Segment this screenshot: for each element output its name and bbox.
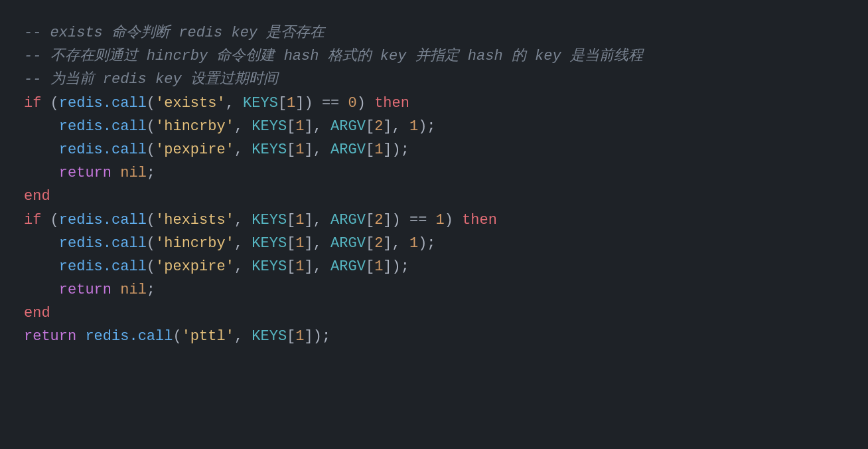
code-line-body1c: return nil; xyxy=(24,161,844,185)
code-line-body2a: redis.call('hincrby', KEYS[1], ARGV[2], … xyxy=(24,232,844,255)
comment-line-2: -- 不存在则通过 hincrby 命令创建 hash 格式的 key 并指定 … xyxy=(24,45,844,68)
code-line-body2b: redis.call('pexpire', KEYS[1], ARGV[1]); xyxy=(24,255,844,278)
comment-line-3: -- 为当前 redis key 设置过期时间 xyxy=(24,68,844,91)
code-line-body1b: redis.call('pexpire', KEYS[1], ARGV[1]); xyxy=(24,138,844,161)
code-line-end2: end xyxy=(24,302,844,325)
code-line-if1: if (redis.call('exists', KEYS[1]) == 0) … xyxy=(24,92,844,115)
code-line-body1a: redis.call('hincrby', KEYS[1], ARGV[2], … xyxy=(24,115,844,138)
comment-line-1: -- exists 命令判断 redis key 是否存在 xyxy=(24,21,844,45)
code-line-if2: if (redis.call('hexists', KEYS[1], ARGV[… xyxy=(24,209,844,232)
code-line-end1: end xyxy=(24,185,844,208)
code-line-body2c: return nil; xyxy=(24,278,844,302)
code-line-return: return redis.call('pttl', KEYS[1]); xyxy=(24,325,844,348)
code-container: -- exists 命令判断 redis key 是否存在 -- 不存在则通过 … xyxy=(0,0,868,449)
